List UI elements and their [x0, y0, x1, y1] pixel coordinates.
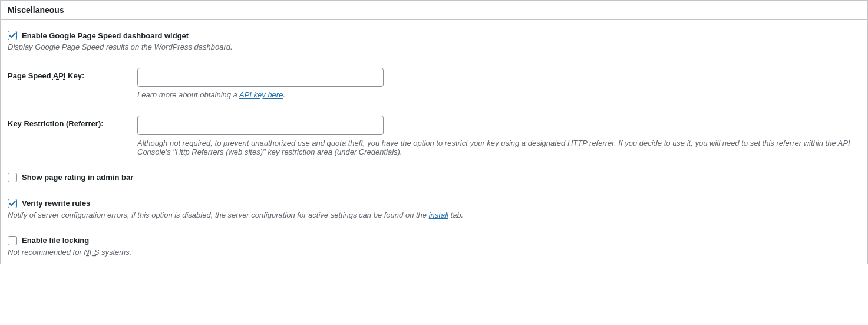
setting-verify-rewrite: Verify rewrite rules Notify of server co…: [8, 199, 860, 219]
setting-enable-widget: Enable Google Page Speed dashboard widge…: [8, 31, 860, 51]
api-key-help: Learn more about obtaining a API key her…: [137, 90, 860, 99]
enable-widget-label[interactable]: Enable Google Page Speed dashboard widge…: [22, 31, 189, 40]
setting-file-locking: Enable file locking Not recommended for …: [8, 236, 860, 257]
key-restriction-description: Although not required, to prevent unauth…: [137, 139, 860, 156]
key-restriction-input[interactable]: [137, 116, 384, 134]
setting-show-rating: Show page rating in admin bar: [8, 173, 860, 182]
api-key-label: Page Speed API Key:: [8, 68, 137, 80]
show-rating-checkbox[interactable]: [8, 173, 17, 182]
api-key-input[interactable]: [137, 68, 384, 87]
show-rating-label[interactable]: Show page rating in admin bar: [22, 173, 133, 182]
api-abbr: API: [53, 71, 66, 80]
file-locking-description: Not recommended for NFS systems.: [8, 248, 860, 257]
install-link[interactable]: install: [429, 211, 448, 219]
panel-header: Miscellaneous: [1, 1, 867, 20]
setting-key-restriction: Key Restriction (Referrer): Although not…: [8, 116, 860, 156]
file-locking-checkbox[interactable]: [8, 236, 17, 245]
nfs-abbr: NFS: [84, 248, 99, 257]
verify-rewrite-label[interactable]: Verify rewrite rules: [22, 199, 90, 208]
panel-body: Enable Google Page Speed dashboard widge…: [1, 31, 867, 264]
file-locking-label[interactable]: Enable file locking: [22, 236, 89, 245]
setting-api-key: Page Speed API Key: Learn more about obt…: [8, 68, 860, 99]
verify-rewrite-checkbox[interactable]: [8, 199, 17, 208]
verify-rewrite-description: Notify of server configuration errors, i…: [8, 211, 860, 219]
misc-settings-panel: Miscellaneous Enable Google Page Speed d…: [0, 0, 868, 264]
enable-widget-checkbox[interactable]: [8, 31, 17, 40]
panel-title: Miscellaneous: [1, 1, 867, 19]
key-restriction-label: Key Restriction (Referrer):: [8, 116, 137, 128]
api-key-help-link[interactable]: API key here: [239, 90, 283, 99]
enable-widget-description: Display Google Page Speed results on the…: [8, 42, 860, 51]
